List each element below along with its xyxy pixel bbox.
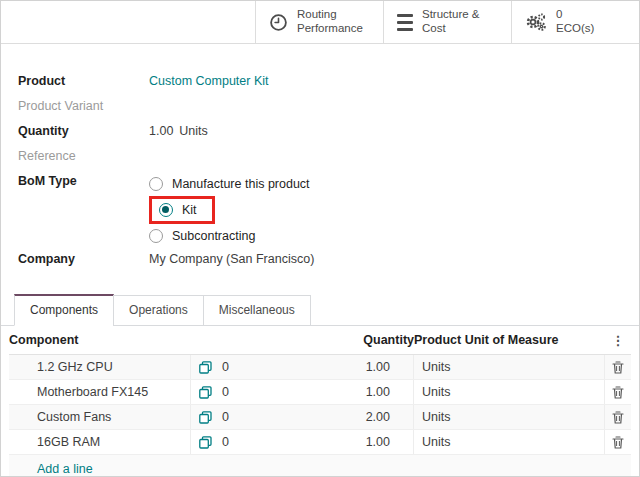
bars-icon xyxy=(397,12,413,33)
bom-form-sheet: Product Custom Computer Kit Product Vari… xyxy=(1,44,639,277)
kebab-icon: ⋮ xyxy=(612,334,625,347)
smart-button-bar: Routing Performance Structure & Cost xyxy=(1,1,639,44)
copy-icon[interactable] xyxy=(199,386,212,399)
radio-option-manufacture[interactable]: Manufacture this product xyxy=(149,174,310,194)
table-row[interactable]: Custom Fans 0 2.00 Units xyxy=(9,405,631,430)
component-quantity[interactable]: 1.00 xyxy=(241,355,414,379)
component-quantity[interactable]: 1.00 xyxy=(241,430,414,454)
component-name[interactable]: Motherboard FX145 xyxy=(9,380,191,404)
trash-icon[interactable] xyxy=(612,436,624,449)
reference-field-row: Reference xyxy=(18,149,623,164)
clock-icon xyxy=(269,13,288,32)
column-header-spacer xyxy=(191,333,241,347)
variant-count: 0 xyxy=(222,435,229,449)
tab-bar: Components Operations Miscellaneous xyxy=(1,294,639,326)
component-name[interactable]: 16GB RAM xyxy=(9,430,191,454)
structure-cost-label: Structure & Cost xyxy=(422,8,480,35)
variant-count: 0 xyxy=(222,385,229,399)
component-uom[interactable]: Units xyxy=(414,380,605,404)
component-quantity[interactable]: 1.00 xyxy=(241,380,414,404)
copy-icon[interactable] xyxy=(199,411,212,424)
radio-option-manufacture-label: Manufacture this product xyxy=(172,177,310,191)
variant-count: 0 xyxy=(222,360,229,374)
bom-form-window: Routing Performance Structure & Cost xyxy=(0,0,640,477)
company-field-row: Company My Company (San Francisco) xyxy=(18,252,623,267)
tab-operations[interactable]: Operations xyxy=(113,295,204,326)
bom-type-field-row: BoM Type Manufacture this product Kit Su… xyxy=(18,174,623,246)
tab-miscellaneous[interactable]: Miscellaneous xyxy=(203,295,311,326)
product-variant-field-row: Product Variant xyxy=(18,99,623,114)
topbar-spacer xyxy=(1,1,255,43)
eco-count-label: 0 ECO(s) xyxy=(556,8,594,35)
add-line-row: Add a line xyxy=(9,455,631,477)
bom-type-radio-group: Manufacture this product Kit Subcontract… xyxy=(149,174,310,246)
radio-option-kit-label: Kit xyxy=(182,203,197,217)
kit-highlight-box: Kit xyxy=(149,196,215,224)
notebook: Components Operations Miscellaneous Comp… xyxy=(1,294,639,477)
component-name[interactable]: 1.2 GHz CPU xyxy=(9,355,191,379)
trash-icon[interactable] xyxy=(612,411,624,424)
components-table: Component Quantity Product Unit of Measu… xyxy=(9,326,631,477)
components-table-header: Component Quantity Product Unit of Measu… xyxy=(9,326,631,355)
table-row[interactable]: 16GB RAM 0 1.00 Units xyxy=(9,430,631,455)
bom-type-label: BoM Type xyxy=(18,174,149,188)
reference-label: Reference xyxy=(18,149,149,163)
component-uom[interactable]: Units xyxy=(414,355,605,379)
radio-selected-icon[interactable] xyxy=(159,203,173,217)
column-header-uom[interactable]: Product Unit of Measure xyxy=(414,326,605,354)
company-value[interactable]: My Company (San Francisco) xyxy=(149,252,314,266)
routing-performance-label: Routing Performance xyxy=(297,8,363,35)
eco-button[interactable]: 0 ECO(s) xyxy=(511,1,639,43)
radio-option-subcontracting[interactable]: Subcontracting xyxy=(149,226,310,246)
quantity-field-row: Quantity 1.00 Units xyxy=(18,124,623,139)
product-label: Product xyxy=(18,74,149,88)
copy-icon[interactable] xyxy=(199,436,212,449)
structure-cost-button[interactable]: Structure & Cost xyxy=(383,1,511,43)
table-row[interactable]: 1.2 GHz CPU 0 1.00 Units xyxy=(9,355,631,380)
variant-count: 0 xyxy=(222,410,229,424)
add-a-line-link[interactable]: Add a line xyxy=(37,462,93,476)
column-header-quantity[interactable]: Quantity xyxy=(241,326,414,354)
product-value-link[interactable]: Custom Computer Kit xyxy=(149,74,268,88)
quantity-label: Quantity xyxy=(18,124,149,138)
component-uom[interactable]: Units xyxy=(414,405,605,429)
radio-unselected-icon[interactable] xyxy=(149,177,163,191)
quantity-value[interactable]: 1.00 xyxy=(149,124,173,138)
component-name[interactable]: Custom Fans xyxy=(9,405,191,429)
tab-components[interactable]: Components xyxy=(14,294,114,326)
component-quantity[interactable]: 2.00 xyxy=(241,405,414,429)
trash-icon[interactable] xyxy=(612,361,624,374)
component-uom[interactable]: Units xyxy=(414,430,605,454)
trash-icon[interactable] xyxy=(612,386,624,399)
optional-columns-toggle[interactable]: ⋮ xyxy=(605,327,631,354)
radio-option-kit[interactable]: Kit xyxy=(159,201,197,219)
product-field-row: Product Custom Computer Kit xyxy=(18,74,623,89)
table-row[interactable]: Motherboard FX145 0 1.00 Units xyxy=(9,380,631,405)
radio-option-subcontracting-label: Subcontracting xyxy=(172,229,255,243)
radio-unselected-icon[interactable] xyxy=(149,229,163,243)
quantity-unit[interactable]: Units xyxy=(179,124,207,138)
copy-icon[interactable] xyxy=(199,361,212,374)
column-header-component[interactable]: Component xyxy=(9,326,191,354)
company-label: Company xyxy=(18,252,149,266)
routing-performance-button[interactable]: Routing Performance xyxy=(255,1,383,43)
gears-icon xyxy=(525,12,547,32)
product-variant-label: Product Variant xyxy=(18,99,149,113)
